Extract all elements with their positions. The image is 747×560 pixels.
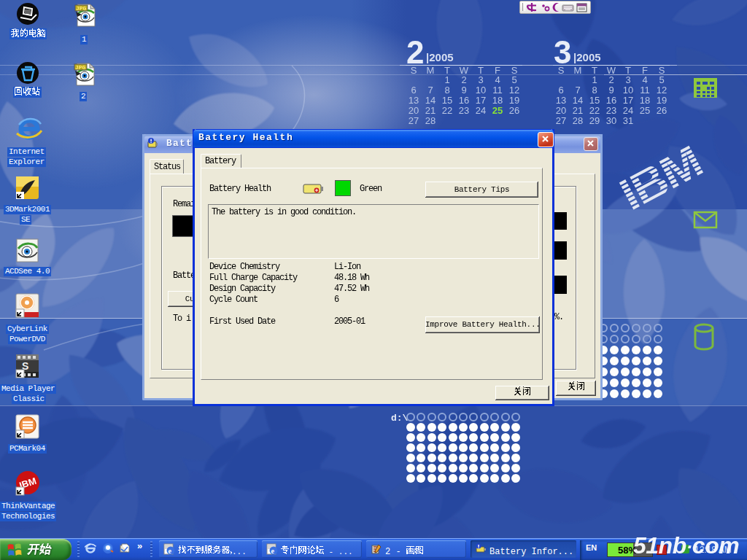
svg-text:23: 23 bbox=[606, 105, 616, 116]
svg-text:3: 3 bbox=[478, 74, 483, 85]
svg-text:8: 8 bbox=[592, 85, 597, 96]
svg-text:JPG: JPG bbox=[76, 5, 87, 12]
svg-text:18: 18 bbox=[640, 95, 650, 106]
svg-text:27: 27 bbox=[409, 115, 419, 126]
svg-text:12: 12 bbox=[657, 85, 667, 96]
svg-text:30: 30 bbox=[606, 115, 616, 126]
svg-text:JPG: JPG bbox=[75, 64, 86, 71]
svg-text:28: 28 bbox=[425, 115, 436, 126]
svg-text:M: M bbox=[574, 65, 582, 76]
svg-text:4: 4 bbox=[642, 74, 647, 85]
svg-text:d:\: d:\ bbox=[391, 413, 409, 424]
svg-text:21: 21 bbox=[425, 105, 436, 116]
svg-text:6: 6 bbox=[558, 85, 563, 96]
svg-text:2: 2 bbox=[461, 74, 466, 85]
svg-text:21: 21 bbox=[573, 105, 583, 116]
svg-text:e: e bbox=[169, 547, 172, 555]
svg-text:15: 15 bbox=[589, 95, 600, 106]
svg-text:S: S bbox=[558, 65, 565, 76]
svg-text:27: 27 bbox=[556, 115, 566, 126]
svg-text:16: 16 bbox=[606, 95, 616, 106]
svg-text:28: 28 bbox=[573, 115, 583, 126]
svg-text:4: 4 bbox=[495, 74, 500, 85]
svg-text:19: 19 bbox=[509, 95, 519, 106]
svg-text:17: 17 bbox=[476, 95, 486, 106]
svg-text:|2005: |2005 bbox=[426, 51, 454, 63]
svg-text:22: 22 bbox=[442, 105, 452, 116]
svg-text:14: 14 bbox=[425, 95, 436, 106]
svg-text:1: 1 bbox=[592, 74, 597, 85]
svg-text:16: 16 bbox=[459, 95, 469, 106]
svg-text:19: 19 bbox=[657, 95, 667, 106]
svg-text:11: 11 bbox=[640, 85, 650, 96]
svg-text:8: 8 bbox=[444, 85, 449, 96]
svg-text:7: 7 bbox=[427, 85, 433, 96]
svg-text:17: 17 bbox=[623, 95, 633, 106]
svg-text:24: 24 bbox=[623, 105, 633, 116]
svg-text:25: 25 bbox=[492, 105, 503, 116]
svg-text:26: 26 bbox=[509, 105, 519, 116]
svg-text:1: 1 bbox=[444, 74, 449, 85]
svg-text:11: 11 bbox=[492, 85, 503, 96]
svg-text:e: e bbox=[271, 547, 275, 555]
svg-text:15: 15 bbox=[442, 95, 452, 106]
svg-text:2: 2 bbox=[608, 74, 614, 85]
svg-text:20: 20 bbox=[556, 105, 566, 116]
svg-text:5: 5 bbox=[659, 74, 664, 85]
svg-text:S: S bbox=[411, 65, 417, 76]
svg-text:14: 14 bbox=[573, 95, 583, 106]
svg-text:26: 26 bbox=[657, 105, 667, 116]
svg-text:9: 9 bbox=[608, 85, 614, 96]
svg-text:31: 31 bbox=[623, 115, 633, 126]
svg-text:29: 29 bbox=[589, 115, 600, 126]
svg-text:12: 12 bbox=[509, 85, 519, 96]
svg-text:24: 24 bbox=[476, 105, 486, 116]
svg-text:9: 9 bbox=[461, 85, 466, 96]
svg-text:13: 13 bbox=[409, 95, 419, 106]
svg-text:10: 10 bbox=[623, 85, 633, 96]
svg-text:10: 10 bbox=[476, 85, 486, 96]
svg-text:20: 20 bbox=[409, 105, 419, 116]
svg-text:3: 3 bbox=[625, 74, 630, 85]
svg-text:23: 23 bbox=[459, 105, 469, 116]
svg-text:22: 22 bbox=[589, 105, 600, 116]
svg-text:18: 18 bbox=[492, 95, 503, 106]
svg-text:|2005: |2005 bbox=[573, 51, 601, 63]
svg-text:25: 25 bbox=[640, 105, 650, 116]
svg-text:13: 13 bbox=[556, 95, 566, 106]
svg-text:M: M bbox=[427, 65, 435, 76]
svg-text:7: 7 bbox=[575, 85, 580, 96]
svg-text:5: 5 bbox=[511, 74, 516, 85]
svg-text:6: 6 bbox=[411, 85, 416, 96]
